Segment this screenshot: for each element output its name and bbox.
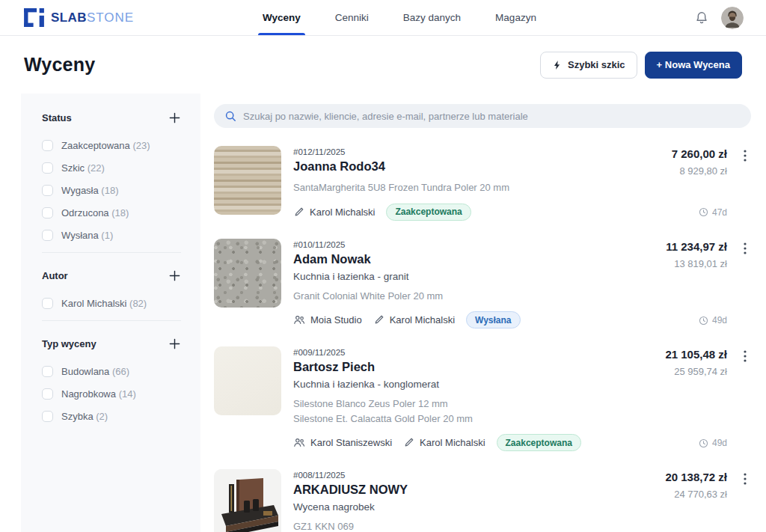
nav-tab-bazy-danych[interactable]: Bazy danych	[403, 0, 461, 35]
days-label: 49d	[712, 438, 727, 448]
filter-count: (22)	[88, 162, 105, 174]
checkbox[interactable]	[42, 185, 53, 196]
nav-tab-magazyn[interactable]: Magazyn	[495, 0, 536, 35]
checkbox[interactable]	[42, 230, 53, 241]
main-nav: Wyceny Cenniki Bazy danych Magazyn	[263, 0, 536, 35]
filter-option-wygasla[interactable]: Wygasła (18)	[42, 185, 181, 196]
partner-name: Karol Staniszewski	[310, 437, 392, 448]
quote-thumbnail-monument[interactable]	[214, 469, 281, 532]
nav-tab-cenniki[interactable]: Cenniki	[335, 0, 369, 35]
filter-label: Budowlana	[61, 366, 109, 377]
quote-client-name[interactable]: ARKADIUSZ NOWY	[293, 483, 627, 497]
content-area: Status Zaakceptowana (23) Szkic (22) Wyg…	[0, 94, 766, 532]
validity-days: 49d	[699, 315, 727, 325]
quote-material: SantaMargherita 5U8 Frozen Tundra Poler …	[293, 180, 627, 195]
logo-text-stone: STONE	[87, 10, 134, 25]
quote-row[interactable]: #008/11/2025 ARKADIUSZ NOWY Wycena nagro…	[214, 469, 751, 532]
price-gross: 8 929,80 zł	[672, 165, 727, 177]
author-name: Karol Michalski	[390, 314, 455, 325]
checkbox[interactable]	[42, 388, 53, 400]
status-badge: Zaakceptowana	[497, 434, 581, 451]
filter-count: (66)	[112, 366, 129, 377]
filter-count: (23)	[132, 140, 150, 151]
partner-people-icon	[293, 314, 305, 325]
quote-material: Silestone Blanco Zeus Poler 12 mm	[293, 397, 627, 412]
checkbox[interactable]	[42, 298, 53, 309]
price-net: 11 234,97 zł	[666, 240, 727, 253]
filter-option-budowlana[interactable]: Budowlana (66)	[42, 366, 181, 377]
row-menu-button[interactable]	[739, 146, 751, 221]
quote-subtitle: Wycena nagrobek	[293, 501, 627, 513]
filter-title-autor: Autor	[42, 270, 68, 281]
filter-section-autor: Autor Karol Michalski (82)	[42, 269, 181, 321]
quote-materials: Silestone Blanco Zeus Poler 12 mm Silest…	[293, 397, 627, 426]
quote-author: Karol Michalski	[293, 207, 375, 218]
quick-sketch-button[interactable]: Szybki szkic	[540, 52, 637, 79]
new-quote-button[interactable]: + Nowa Wycena	[645, 52, 742, 79]
quote-partner: Karol Staniszewski	[293, 437, 392, 448]
nav-tab-wyceny[interactable]: Wyceny	[263, 0, 301, 35]
quote-client-name[interactable]: Joanna Rodo34	[293, 159, 627, 174]
clock-icon	[699, 316, 708, 325]
quote-row[interactable]: #010/11/2025 Adam Nowak Kuchnia i łazien…	[214, 239, 751, 329]
page-header: Wyceny Szybki szkic + Nowa Wycena	[0, 36, 766, 94]
validity-days: 47d	[699, 207, 727, 218]
app-header: SLABSTONE Wyceny Cenniki Bazy danych Mag…	[0, 0, 766, 36]
logo-text-slab: SLAB	[51, 10, 87, 25]
filter-option-wyslana[interactable]: Wysłana (1)	[42, 230, 181, 241]
page-actions: Szybki szkic + Nowa Wycena	[540, 52, 742, 79]
quote-client-name[interactable]: Bartosz Piech	[293, 360, 627, 374]
checkbox[interactable]	[42, 140, 53, 151]
user-avatar[interactable]	[721, 7, 744, 29]
filter-option-nagrobkowa[interactable]: Nagrobkowa (14)	[42, 388, 181, 400]
price-gross: 25 959,74 zł	[665, 366, 727, 377]
checkbox[interactable]	[42, 162, 53, 174]
quote-thumbnail-stone[interactable]	[214, 146, 281, 215]
filter-option-zaakceptowana[interactable]: Zaakceptowana (23)	[42, 140, 181, 151]
typ-expand-plus-icon[interactable]	[168, 337, 181, 350]
filter-option-karol-michalski[interactable]: Karol Michalski (82)	[42, 298, 181, 309]
quote-subtitle: Kuchnia i łazienka - konglomerat	[293, 379, 627, 390]
price-net: 20 138,72 zł	[665, 471, 727, 483]
filter-label: Zaakceptowana	[61, 140, 130, 151]
search-input[interactable]	[243, 111, 741, 122]
filter-label: Karol Michalski	[61, 298, 126, 309]
quote-thumbnail-cream[interactable]	[214, 346, 281, 415]
filter-count: (18)	[101, 185, 118, 196]
filter-count: (1)	[101, 230, 113, 241]
status-badge: Wysłana	[466, 311, 520, 328]
checkbox[interactable]	[42, 366, 53, 377]
search-bar[interactable]	[214, 104, 751, 128]
quote-client-name[interactable]: Adam Nowak	[293, 252, 627, 266]
status-expand-plus-icon[interactable]	[168, 111, 181, 124]
checkbox[interactable]	[42, 411, 53, 422]
new-quote-label: + Nowa Wycena	[657, 59, 730, 70]
pencil-icon	[403, 437, 414, 448]
filter-option-odrzucona[interactable]: Odrzucona (18)	[42, 207, 181, 218]
price-net: 7 260,00 zł	[672, 147, 727, 160]
quote-row[interactable]: #012/11/2025 Joanna Rodo34 SantaMargheri…	[214, 146, 751, 221]
logo[interactable]: SLABSTONE	[24, 8, 134, 27]
quote-row[interactable]: #009/11/2025 Bartosz Piech Kuchnia i łaz…	[214, 346, 751, 451]
clock-icon	[699, 207, 708, 217]
quote-thumbnail-granite[interactable]	[214, 239, 281, 308]
logo-wordmark: SLABSTONE	[51, 10, 134, 25]
row-menu-button[interactable]	[739, 469, 751, 532]
status-badge: Zaakceptowana	[386, 204, 471, 221]
quick-sketch-label: Szybki szkic	[568, 59, 625, 70]
notification-bell-icon[interactable]	[694, 10, 709, 25]
partner-name: Moia Studio	[310, 314, 362, 325]
autor-expand-plus-icon[interactable]	[168, 269, 181, 282]
checkbox[interactable]	[42, 207, 53, 218]
filter-title-status: Status	[42, 112, 72, 123]
author-name: Karol Michalski	[310, 207, 375, 218]
pencil-icon	[293, 207, 304, 218]
row-menu-button[interactable]	[739, 346, 751, 451]
quote-id: #008/11/2025	[293, 471, 627, 480]
filter-label: Odrzucona	[61, 207, 109, 218]
row-menu-button[interactable]	[739, 239, 751, 329]
filter-option-szybka[interactable]: Szybka (2)	[42, 411, 181, 422]
slabstone-logo-icon	[24, 8, 44, 27]
filter-option-szkic[interactable]: Szkic (22)	[42, 162, 181, 174]
filter-section-status: Status Zaakceptowana (23) Szkic (22) Wyg…	[42, 111, 181, 253]
